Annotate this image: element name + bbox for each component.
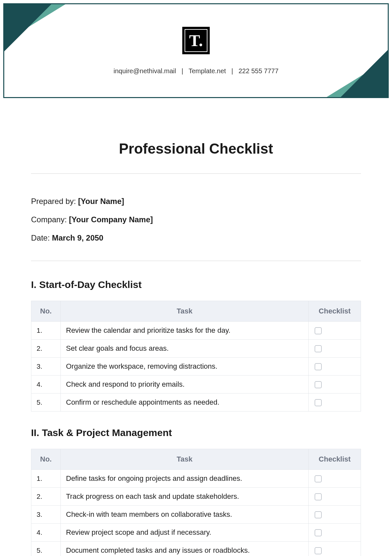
row-task: Confirm or reschedule appointments as ne… — [61, 394, 309, 412]
checklist-table: No.TaskChecklist1.Define tasks for ongoi… — [31, 449, 361, 556]
row-checklist-cell — [309, 358, 361, 376]
row-number: 3. — [31, 358, 61, 376]
column-header-task: Task — [61, 301, 309, 322]
checkbox[interactable] — [315, 345, 322, 352]
checkbox[interactable] — [315, 475, 322, 482]
checkbox[interactable] — [315, 511, 322, 518]
separator: | — [178, 67, 187, 75]
row-checklist-cell — [309, 506, 361, 524]
page-title: Professional Checklist — [31, 141, 361, 157]
logo-text: T. — [189, 32, 203, 49]
row-task: Organize the workspace, removing distrac… — [61, 358, 309, 376]
table-row: 2.Set clear goals and focus areas. — [31, 340, 361, 358]
table-row: 3.Check-in with team members on collabor… — [31, 506, 361, 524]
header-contact: inquire@nethival.mail | Template.net | 2… — [113, 67, 278, 75]
separator: | — [228, 67, 237, 75]
row-number: 5. — [31, 394, 61, 412]
table-row: 3.Organize the workspace, removing distr… — [31, 358, 361, 376]
row-task: Document completed tasks and any issues … — [61, 542, 309, 556]
row-task: Review the calendar and prioritize tasks… — [61, 322, 309, 340]
checkbox[interactable] — [315, 493, 322, 500]
meta-date: Date: March 9, 2050 — [31, 233, 361, 243]
row-number: 5. — [31, 542, 61, 556]
checkbox[interactable] — [315, 547, 322, 554]
table-row: 1.Review the calendar and prioritize tas… — [31, 322, 361, 340]
row-number: 4. — [31, 376, 61, 394]
row-task: Set clear goals and focus areas. — [61, 340, 309, 358]
table-row: 4.Review project scope and adjust if nec… — [31, 524, 361, 542]
company-label: Company: — [31, 215, 69, 224]
checkbox[interactable] — [315, 363, 322, 370]
meta-company: Company: [Your Company Name] — [31, 215, 361, 224]
checkbox[interactable] — [315, 381, 322, 388]
row-checklist-cell — [309, 340, 361, 358]
meta-prepared-by: Prepared by: [Your Name] — [31, 197, 361, 206]
row-checklist-cell — [309, 542, 361, 556]
row-checklist-cell — [309, 394, 361, 412]
row-number: 1. — [31, 470, 61, 488]
date-value: March 9, 2050 — [52, 233, 103, 242]
column-header-checklist: Checklist — [309, 449, 361, 470]
column-header-no: No. — [31, 301, 61, 322]
row-checklist-cell — [309, 376, 361, 394]
row-number: 2. — [31, 340, 61, 358]
row-number: 3. — [31, 506, 61, 524]
date-label: Date: — [31, 233, 52, 242]
section-heading: I. Start-of-Day Checklist — [31, 279, 361, 290]
row-task: Check and respond to priority emails. — [61, 376, 309, 394]
checkbox[interactable] — [315, 327, 322, 334]
table-row: 2.Track progress on each task and update… — [31, 488, 361, 506]
header-email: inquire@nethival.mail — [113, 67, 176, 75]
table-row: 4.Check and respond to priority emails. — [31, 376, 361, 394]
row-checklist-cell — [309, 470, 361, 488]
prepared-by-label: Prepared by: — [31, 197, 78, 206]
row-checklist-cell — [309, 524, 361, 542]
column-header-checklist: Checklist — [309, 301, 361, 322]
company-value: [Your Company Name] — [69, 215, 153, 224]
corner-decoration-tl — [3, 3, 52, 52]
table-row: 5.Confirm or reschedule appointments as … — [31, 394, 361, 412]
divider — [31, 261, 361, 261]
row-task: Track progress on each task and update s… — [61, 488, 309, 506]
row-number: 2. — [31, 488, 61, 506]
table-row: 5.Document completed tasks and any issue… — [31, 542, 361, 556]
row-task: Define tasks for ongoing projects and as… — [61, 470, 309, 488]
document-body: Professional Checklist Prepared by: [You… — [0, 101, 392, 556]
section-heading: II. Task & Project Management — [31, 427, 361, 438]
column-header-task: Task — [61, 449, 309, 470]
divider — [31, 173, 361, 174]
table-row: 1.Define tasks for ongoing projects and … — [31, 470, 361, 488]
checkbox[interactable] — [315, 529, 322, 536]
row-checklist-cell — [309, 322, 361, 340]
header-phone: 222 555 7777 — [238, 67, 278, 75]
row-checklist-cell — [309, 488, 361, 506]
page-header: T. inquire@nethival.mail | Template.net … — [3, 3, 389, 98]
corner-decoration-br — [340, 49, 389, 98]
row-task: Check-in with team members on collaborat… — [61, 506, 309, 524]
prepared-by-value: [Your Name] — [78, 197, 124, 206]
row-number: 4. — [31, 524, 61, 542]
header-website: Template.net — [188, 67, 226, 75]
row-task: Review project scope and adjust if neces… — [61, 524, 309, 542]
column-header-no: No. — [31, 449, 61, 470]
checkbox[interactable] — [315, 399, 322, 406]
row-number: 1. — [31, 322, 61, 340]
checklist-table: No.TaskChecklist1.Review the calendar an… — [31, 301, 361, 412]
logo: T. — [182, 27, 210, 54]
